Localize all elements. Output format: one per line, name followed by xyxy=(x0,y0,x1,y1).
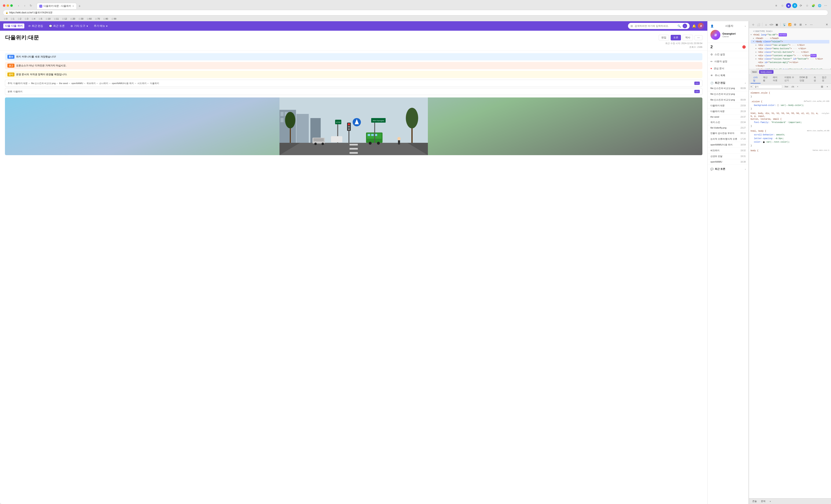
bookmark-80[interactable]: □ 80 xyxy=(103,17,109,21)
bookmark-2[interactable]: □ 2 xyxy=(17,17,23,21)
sidebar-nav-skin[interactable]: ⚙ 스킨 설정 xyxy=(708,51,749,58)
profile-icon[interactable]: 🌐 xyxy=(817,3,822,8)
devtools-grid-icon[interactable]: ⊞ xyxy=(798,23,803,27)
devtools-tab-styles[interactable]: 스타일 xyxy=(751,75,761,84)
bookmark-10[interactable]: □ 10 xyxy=(45,17,52,21)
wiki-logo[interactable]: 다올 다올 위키 xyxy=(3,24,24,28)
devtools-tab-computed[interactable]: 계산됨 xyxy=(761,75,770,84)
devtools-add-tab-button[interactable]: + xyxy=(768,500,772,503)
devtools-box-icon[interactable]: ⬜ xyxy=(756,23,761,27)
close-traffic-light[interactable] xyxy=(3,4,5,7)
devtools-tab-events[interactable]: 이벤트 수신기 xyxy=(782,75,797,84)
notification-bell-button[interactable]: 🔔 xyxy=(692,24,696,28)
css-layout-icon[interactable]: ⊞ xyxy=(820,85,824,89)
user-avatar[interactable]: 광 xyxy=(698,23,704,29)
devtools-issues-button[interactable]: 문제 xyxy=(759,499,767,503)
search-button[interactable]: 🔍 xyxy=(678,25,681,28)
extension-icon-1[interactable]: ◈ xyxy=(786,3,791,8)
history-button[interactable]: 역사 xyxy=(683,35,693,40)
more-button[interactable]: ⋯ xyxy=(694,35,703,40)
sidebar-nav-monitor[interactable]: 👁 주시 목록 xyxy=(708,72,749,79)
sidebar-nav-user-settings[interactable]: ✏ 사용자 설정 xyxy=(708,58,749,65)
devtools-add-icon[interactable]: + xyxy=(804,23,808,27)
bookmark-0[interactable]: □ 0 xyxy=(3,17,9,21)
extension-icon-3[interactable]: 🧩 xyxy=(811,3,816,8)
html-line-scroll-buttons[interactable]: ▶ <div class = "scroll-buttons" > ··· </… xyxy=(751,51,829,54)
back-button[interactable]: ‹ xyxy=(16,3,21,8)
sidebar-edit-item-8[interactable]: 만물아 감사잔송 부르자 08:16 xyxy=(708,130,749,136)
devtools-tab-layout[interactable]: 레이아웃 xyxy=(770,75,782,84)
devtools-code-icon[interactable]: </> xyxy=(769,23,774,27)
talk-button[interactable]: 토론 xyxy=(671,35,681,40)
extension-icon-2[interactable]: ⬇ xyxy=(792,3,797,8)
reload-button[interactable]: ↻ xyxy=(28,3,33,8)
html-line-html[interactable]: ▼ <html lang = "ko-KR" > scroll xyxy=(751,33,829,37)
bookmark-4[interactable]: □ 4 xyxy=(31,17,36,21)
html-line-menu-buttons[interactable]: ▶ <div class = "menu-buttons" > ··· </di… xyxy=(751,47,829,51)
address-bar[interactable]: 🔒 https://wiki.daol.cc/w/다올위키%3A대문 xyxy=(3,10,828,16)
html-line-head[interactable]: ▶ <head> ··· </head> xyxy=(751,37,829,40)
devtools-panel-icon[interactable]: ▣ xyxy=(775,23,779,27)
search-input[interactable] xyxy=(635,25,676,27)
new-tab-button[interactable]: + xyxy=(77,3,82,9)
sidebar-edit-item-12[interactable]: 선센트 반달 19:31 xyxy=(708,153,749,159)
bookmark-30[interactable]: □ 30 xyxy=(78,17,85,21)
sidebar-avatar[interactable]: 광 xyxy=(710,30,720,40)
wiki-nav-recent-edit[interactable]: ⟳ 최근 편집 xyxy=(27,23,45,29)
css-filter-plus[interactable]: + xyxy=(796,85,799,88)
devtools-more-icon[interactable]: ⋯ xyxy=(809,23,813,27)
element-tab-html[interactable]: html xyxy=(751,70,758,74)
sidebar-edit-item-10[interactable]: openNAMU/사용 위키 16:54 xyxy=(708,142,749,148)
sidebar-nav-watchlist[interactable]: ♥ 관심 문서 xyxy=(708,65,749,72)
css-filter-cls[interactable]: .cls xyxy=(790,85,795,88)
sidebar-edit-item-2[interactable]: file:신스킨과 비교샷.png 00:09 xyxy=(708,97,749,103)
css-source-vision[interactable]: default.css.ache_v5:189 xyxy=(804,100,829,103)
tab-close-button[interactable]: ✕ xyxy=(73,5,74,7)
html-line-extension[interactable]: <div id = "extension-mplj" ></div> xyxy=(751,61,829,64)
sidebar-edit-item-7[interactable]: file:Vutterfly.png 23:27 xyxy=(708,125,749,130)
sidebar-edit-item-11[interactable]: 씨앗위키 19:32 xyxy=(708,148,749,153)
wiki-nav-recent-talk[interactable]: 💬 최근 토론 xyxy=(47,23,66,29)
wiki-nav-extra-menu[interactable]: 추가 메뉴 ▾ xyxy=(92,23,109,29)
bookmark-3[interactable]: □ 3 xyxy=(24,17,29,21)
bookmark-5[interactable]: □ 5 xyxy=(38,17,44,21)
category-expand-button[interactable]: (+) xyxy=(694,90,700,93)
sidebar-edit-item-5[interactable]: the seed 23:37 xyxy=(708,114,749,119)
recent-comments-chevron-icon[interactable]: › xyxy=(745,168,746,170)
devtools-wifi-icon[interactable]: 📶 xyxy=(788,23,792,27)
minimize-traffic-light[interactable] xyxy=(7,4,9,7)
html-line-nav-wrapper[interactable]: ▶ <div class = "nav-wrapper" > ··· </div… xyxy=(751,43,829,47)
element-tab-body[interactable]: body.vision xyxy=(759,70,774,74)
wiki-nav-tools[interactable]: ⚙ 기타 도구 ▾ xyxy=(69,23,90,29)
sidebar-edit-item-3[interactable]: 다올위키:대문 23:59 xyxy=(708,103,749,109)
bookmark-99[interactable]: □ 99 xyxy=(111,17,117,21)
reader-mode-icon[interactable]: ≡ xyxy=(774,3,779,8)
devtools-gear-icon[interactable]: ⚙ xyxy=(793,23,797,27)
devtools-tab-accessibility[interactable]: 접근성 xyxy=(820,75,829,84)
devtools-home-icon[interactable]: ⌂ xyxy=(764,23,768,27)
sync-icon[interactable]: ⟳ xyxy=(798,3,803,8)
browser-menu[interactable]: ⋯ xyxy=(823,3,828,8)
maximize-traffic-light[interactable] xyxy=(10,4,13,7)
css-source-body[interactable]: katex.min.css:1 xyxy=(813,149,829,153)
sidebar-edit-item-9[interactable]: 논리적 오류/비형식적 오류 17:20 xyxy=(708,136,749,142)
html-line-style[interactable]: ▶ <style id = "stylus-1" type = "text/cs… xyxy=(751,68,829,69)
sidebar-edit-item-13[interactable]: openNAMU 16:38 xyxy=(708,159,749,165)
bookmark-star-icon[interactable]: ☆ xyxy=(780,3,785,8)
search-submit-button[interactable]: → xyxy=(683,24,687,28)
bookmark-11[interactable]: □ 11 xyxy=(53,17,60,21)
sidebar-edit-item-4[interactable]: 다올위키:대문 20:19 xyxy=(708,109,749,114)
html-line-vision-footer[interactable]: ▶ <div class = "vision-footer" id = "bot… xyxy=(751,57,829,61)
recent-edits-chevron-icon[interactable]: › xyxy=(745,82,746,84)
devtools-tab-props[interactable]: 속성 xyxy=(811,75,820,84)
css-add-icon[interactable]: + xyxy=(825,85,829,89)
sidebar-edit-item-1[interactable]: file:신스킨과 비교샷.png xyxy=(708,91,749,97)
bookmark-20[interactable]: □ 20 xyxy=(69,17,77,21)
devtools-close-button[interactable]: ✕ xyxy=(825,23,829,27)
forward-button[interactable]: › xyxy=(22,3,27,8)
css-source-html-body-2[interactable]: more.css.cache_v4:89 xyxy=(807,129,829,133)
html-line-content-wrapper[interactable]: ▶ <div class = "content-wrapper" > ··· <… xyxy=(751,54,829,58)
star-icon[interactable]: ☆ xyxy=(805,3,809,8)
css-filter-hover[interactable]: :hov xyxy=(783,85,789,88)
devtools-network-icon[interactable]: 📡 xyxy=(782,23,786,27)
